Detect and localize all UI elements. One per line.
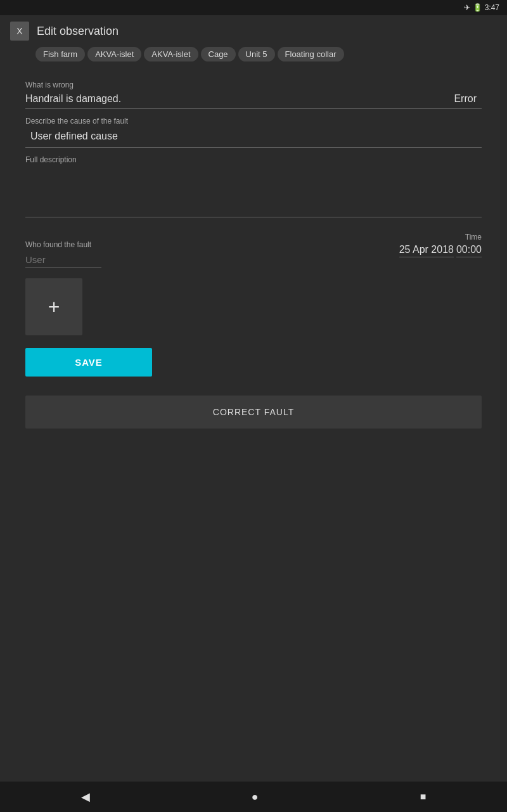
airplane-icon: ✈ (464, 3, 470, 12)
what-is-wrong-input[interactable] (25, 92, 449, 106)
who-time-row: Who found the fault Time 25 Apr 2018 00:… (25, 233, 482, 268)
back-icon: ◀ (81, 790, 90, 804)
breadcrumb: Fish farm AKVA-islet AKVA-islet Cage Uni… (0, 41, 507, 68)
page-title: Edit observation (37, 25, 119, 38)
add-photo-button[interactable]: + (25, 278, 82, 335)
plus-icon: + (48, 297, 60, 317)
who-label: Who found the fault (25, 240, 101, 249)
back-button[interactable]: ◀ (81, 790, 90, 804)
date-value[interactable]: 25 Apr 2018 (399, 244, 454, 257)
breadcrumb-floating-collar[interactable]: Floating collar (278, 47, 344, 61)
main-content: What is wrong Error Describe the cause o… (0, 68, 507, 439)
correct-fault-button[interactable]: CORRECT FAULT (25, 396, 482, 429)
battery-icon: 🔋 (473, 3, 482, 12)
clock: 3:47 (485, 3, 499, 12)
cause-value: User defined cause (25, 128, 482, 145)
time-values: 25 Apr 2018 00:00 (399, 244, 482, 257)
breadcrumb-akva-islet-2[interactable]: AKVA-islet (144, 47, 198, 61)
recents-icon: ■ (420, 791, 427, 802)
error-badge: Error (449, 92, 482, 106)
status-icons: ✈ 🔋 3:47 (464, 3, 499, 12)
breadcrumb-cage[interactable]: Cage (201, 47, 236, 61)
time-section: Time 25 Apr 2018 00:00 (399, 233, 482, 257)
recents-button[interactable]: ■ (420, 791, 427, 802)
header: X Edit observation (0, 15, 507, 41)
breadcrumb-akva-islet-1[interactable]: AKVA-islet (87, 47, 141, 61)
save-button[interactable]: SAVE (25, 348, 152, 377)
what-is-wrong-row: Error (25, 92, 482, 109)
who-input[interactable] (25, 252, 101, 268)
close-button[interactable]: X (10, 22, 29, 41)
time-value[interactable]: 00:00 (456, 244, 482, 257)
breadcrumb-fish-farm[interactable]: Fish farm (35, 47, 85, 61)
home-button[interactable]: ● (252, 790, 259, 804)
time-label: Time (399, 233, 482, 242)
breadcrumb-unit5[interactable]: Unit 5 (238, 47, 275, 61)
full-desc-label: Full description (25, 155, 482, 164)
status-bar: ✈ 🔋 3:47 (0, 0, 507, 15)
cause-label: Describe the cause of the fault (25, 117, 482, 126)
cause-field: User defined cause (25, 128, 482, 148)
bottom-nav: ◀ ● ■ (0, 782, 507, 812)
home-icon: ● (252, 790, 259, 804)
who-section: Who found the fault (25, 233, 101, 268)
what-is-wrong-label: What is wrong (25, 81, 482, 89)
full-desc-input[interactable] (25, 167, 482, 217)
